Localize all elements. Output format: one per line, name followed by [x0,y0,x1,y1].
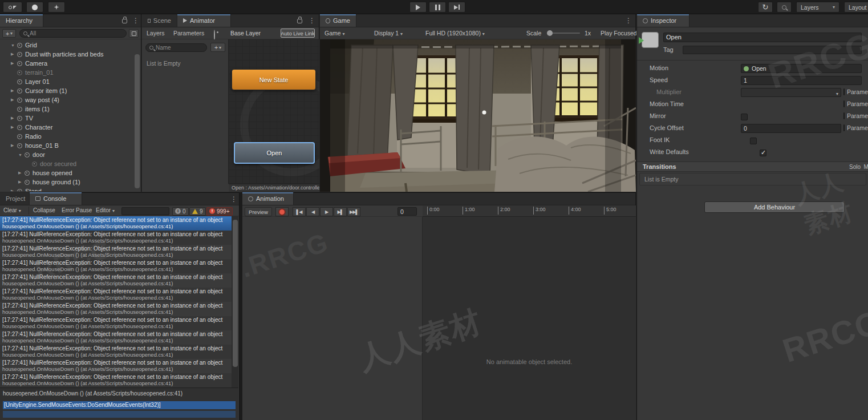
panel-menu-icon[interactable]: ⋮ [308,17,316,25]
scale-slider-knob[interactable] [547,30,553,36]
hierarchy-item[interactable]: ▶house ground (1) [0,177,135,187]
expand-arrow-icon[interactable]: ▶ [11,98,17,102]
cycle-offset-parameter-toggle[interactable]: Parameter [843,124,868,131]
tab-project[interactable]: Project [0,192,30,205]
console-stacktrace-link-partial[interactable] [3,411,236,418]
multiplier-parameter-toggle[interactable]: Parameter [843,88,868,95]
hierarchy-item[interactable]: ▶way post (4) [0,95,135,104]
console-log-entry[interactable]: [17:27:41] NullReferenceException: Objec… [0,345,232,359]
game-viewport[interactable] [320,39,636,192]
tab-hierarchy[interactable]: Hierarchy [0,14,43,27]
expand-arrow-icon[interactable]: ▶ [18,180,25,184]
create-object-button[interactable]: +▾ [2,29,16,38]
console-log-entry[interactable]: [17:27:41] NullReferenceException: Objec… [0,231,232,245]
animation-dopesheet[interactable]: No animatable object selected. [423,217,636,420]
snap-tool-button[interactable] [48,2,65,13]
console-collapse-toggle[interactable]: Collapse [33,207,55,213]
state-node-new-state[interactable]: New State [232,69,316,90]
motion-object-field[interactable]: Open [741,64,862,73]
motion-time-parameter-toggle[interactable]: Parameter [843,100,868,107]
tab-console[interactable]: Console [30,192,82,205]
hierarchy-search-input[interactable]: All [19,29,127,38]
panel-menu-icon[interactable]: ⋮ [132,17,140,25]
expand-arrow-icon[interactable]: ▶ [11,61,17,66]
play-focused-dropdown[interactable]: Play Focused [601,30,637,37]
hierarchy-item[interactable]: ▶house_01 B [0,141,135,150]
tab-animation[interactable]: Animation [242,192,294,205]
console-log-entry[interactable]: [17:27:41] NullReferenceException: Objec… [0,330,232,345]
hierarchy-item[interactable]: Layer 01 [0,77,135,86]
animator-layers-button[interactable]: Layers [147,30,165,37]
hierarchy-item[interactable]: items (1) [0,104,135,114]
pivot-tool-button[interactable] [26,2,43,13]
expand-arrow-icon[interactable]: ▶ [11,189,17,191]
tag-field[interactable] [683,46,862,54]
console-scrollbar-track[interactable] [232,216,238,387]
expand-arrow-icon[interactable]: ▼ [11,43,17,47]
console-log-entry[interactable]: [17:27:41] NullReferenceException: Objec… [0,316,232,330]
panel-menu-icon[interactable]: ⋮ [230,195,238,204]
game-mode-dropdown[interactable]: Game ▾ [325,30,345,37]
multiplier-parameter-checkbox[interactable] [843,88,845,95]
auto-live-link-button[interactable]: Auto Live Link [281,29,315,38]
hierarchy-item[interactable]: ▶Dust with particles and beds [0,50,135,59]
parameter-search-input[interactable]: Name [145,43,207,52]
expand-arrow-icon[interactable]: ▼ [18,153,25,157]
expand-arrow-icon[interactable]: ▶ [11,125,17,130]
animator-parameters-button[interactable]: Parameters [173,30,204,37]
pause-button[interactable] [429,2,446,13]
add-parameter-button[interactable]: +▾ [210,43,225,52]
hierarchy-item[interactable]: door secured [0,159,135,168]
transitions-header[interactable]: Transitions Solo Mute [637,161,868,172]
console-log-entry[interactable]: [17:27:41] NullReferenceException: Objec… [0,273,232,288]
cycle-offset-field[interactable]: 0 [741,124,841,133]
undo-history-button[interactable]: ↻ [758,2,773,13]
console-search-input[interactable] [121,207,169,215]
hierarchy-item[interactable]: ▶Stand [0,187,135,191]
write-defaults-checkbox[interactable] [760,150,766,156]
tab-animator[interactable]: Animator [177,14,231,27]
hierarchy-item[interactable]: ▶Camera [0,59,135,68]
hierarchy-item[interactable]: ▼door [0,150,135,159]
next-key-button[interactable]: ▶▌ [334,207,347,216]
play-animation-button[interactable]: ▶ [320,207,333,216]
add-behaviour-button[interactable]: Add Behaviour [704,201,845,213]
console-log-entry[interactable]: [17:27:41] NullReferenceException: Objec… [0,216,232,231]
mirror-parameter-checkbox[interactable] [843,112,845,119]
multiplier-field[interactable]: ▾ [741,88,841,97]
previous-key-button[interactable]: ◀ [306,207,319,216]
animator-breadcrumb[interactable]: Base Layer [230,30,261,37]
speed-field[interactable]: 1 [741,76,862,85]
hierarchy-item[interactable]: ▶Character [0,123,135,132]
hierarchy-scrollbar[interactable] [135,54,140,188]
hierarchy-item[interactable]: ▼Grid [0,41,135,50]
expand-arrow-icon[interactable]: ▶ [18,171,25,175]
state-name-field[interactable]: Open [663,33,862,42]
motion-time-parameter-checkbox[interactable] [843,100,845,107]
cycle-offset-parameter-checkbox[interactable] [843,124,845,131]
mirror-parameter-toggle[interactable]: Parameter [843,112,868,119]
tab-game[interactable]: Game [320,14,356,27]
expand-arrow-icon[interactable]: ▶ [11,116,17,120]
console-warning-toggle[interactable]: 9 [189,207,206,216]
console-log-entry[interactable]: [17:27:41] NullReferenceException: Objec… [0,373,232,387]
lock-icon[interactable] [122,19,127,23]
hierarchy-item[interactable]: ▶TV [0,114,135,123]
hierarchy-item[interactable]: ▶Cursor item (1) [0,86,135,95]
display-dropdown[interactable]: Display 1 ▾ [374,30,403,37]
expand-arrow-icon[interactable]: ▶ [11,143,17,148]
panel-menu-icon[interactable]: ⋮ [624,17,632,25]
console-clear-button[interactable]: Clear ▾ [3,207,21,213]
console-scrollbar-thumb[interactable] [233,220,238,367]
last-key-button[interactable]: ▶▶▌ [347,207,360,216]
play-button[interactable] [409,2,427,13]
hierarchy-item[interactable]: Radio [0,132,135,141]
console-stacktrace-link[interactable]: [UnityEngine.SendMouseEvents:DoSendMouse… [3,401,236,409]
frame-field[interactable]: 0 [398,207,417,216]
filter-icon[interactable] [129,29,139,38]
step-button[interactable] [448,2,465,13]
console-log-entry[interactable]: [17:27:41] NullReferenceException: Objec… [0,245,232,259]
tab-inspector[interactable]: Inspector [637,14,689,27]
first-key-button[interactable]: ▌◀ [293,207,306,216]
expand-arrow-icon[interactable]: ▶ [11,88,17,93]
